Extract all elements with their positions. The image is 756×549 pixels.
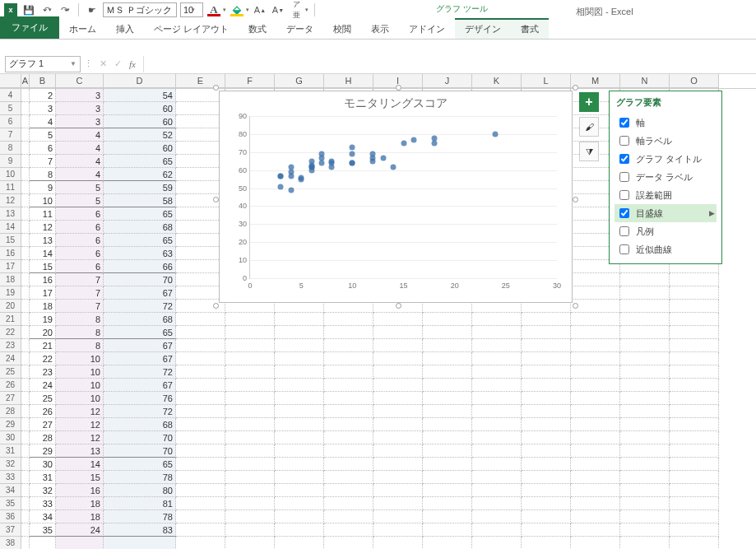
cell[interactable]: 14 — [56, 458, 104, 471]
cell[interactable] — [670, 444, 719, 458]
cell[interactable]: 67 — [104, 352, 176, 365]
cell[interactable] — [571, 273, 620, 286]
cell[interactable]: 12 — [56, 431, 104, 444]
cell[interactable]: 4 — [56, 155, 104, 168]
cell[interactable] — [275, 484, 324, 497]
cell[interactable] — [324, 326, 373, 339]
cell[interactable] — [275, 537, 324, 549]
cell[interactable] — [225, 444, 275, 458]
cell[interactable] — [275, 352, 324, 365]
cell[interactable] — [670, 326, 719, 339]
cell[interactable] — [176, 379, 225, 392]
row-header[interactable]: 36 — [0, 510, 21, 523]
cell[interactable]: 16 — [56, 484, 104, 497]
decrease-font-icon[interactable]: A▼ — [271, 2, 285, 17]
cell[interactable] — [670, 405, 719, 418]
cell[interactable] — [472, 418, 522, 431]
cell[interactable]: 27 — [30, 418, 56, 431]
cell[interactable] — [571, 523, 620, 537]
cell[interactable] — [670, 484, 719, 497]
tab-formula[interactable]: 数式 — [239, 20, 276, 39]
cell[interactable] — [21, 286, 30, 300]
row-header[interactable]: 19 — [0, 286, 21, 300]
cell[interactable] — [670, 510, 719, 523]
col-header-I[interactable]: I — [373, 74, 423, 88]
cell[interactable] — [176, 300, 225, 313]
cell[interactable]: 10 — [56, 365, 104, 379]
cell[interactable]: 5 — [56, 194, 104, 207]
cell[interactable] — [472, 471, 522, 484]
row-header[interactable]: 12 — [0, 194, 21, 207]
cell[interactable] — [21, 392, 30, 405]
cell[interactable] — [472, 444, 522, 458]
cell[interactable]: 15 — [30, 260, 56, 273]
cell[interactable] — [620, 273, 670, 286]
cell[interactable] — [522, 365, 571, 379]
cell[interactable]: 63 — [104, 247, 176, 260]
cell[interactable]: 20 — [30, 326, 56, 339]
cell[interactable]: 58 — [104, 194, 176, 207]
cell[interactable] — [373, 484, 423, 497]
chart-point[interactable] — [410, 137, 416, 142]
cell[interactable] — [423, 497, 472, 510]
cell[interactable]: 18 — [56, 497, 104, 510]
tab-insert[interactable]: 挿入 — [106, 20, 144, 39]
cell[interactable] — [423, 379, 472, 392]
cell[interactable] — [21, 128, 30, 142]
cell[interactable] — [670, 313, 719, 326]
chart-element-option[interactable]: 軸 — [615, 114, 717, 132]
checkbox[interactable] — [619, 154, 629, 164]
cell[interactable]: 9 — [30, 181, 56, 194]
cell[interactable] — [620, 286, 670, 300]
cell[interactable]: 10 — [56, 379, 104, 392]
cell[interactable] — [620, 537, 670, 549]
cell[interactable]: 3 — [30, 102, 56, 115]
cell[interactable] — [275, 326, 324, 339]
cell[interactable] — [620, 326, 670, 339]
row-header[interactable]: 35 — [0, 497, 21, 510]
chart-point[interactable] — [350, 161, 355, 166]
cell[interactable] — [522, 510, 571, 523]
cell[interactable]: 10 — [56, 392, 104, 405]
row-header[interactable]: 7 — [0, 128, 21, 142]
cell[interactable]: 6 — [30, 142, 56, 155]
cell[interactable]: 31 — [30, 471, 56, 484]
row-header[interactable]: 38 — [0, 537, 21, 549]
cell[interactable] — [21, 273, 30, 286]
chart-object[interactable]: モニタリングスコア 010203040506070809005101520253… — [219, 91, 573, 303]
cell[interactable] — [571, 286, 620, 300]
tab-home[interactable]: ホーム — [59, 20, 106, 39]
cell[interactable]: 6 — [56, 260, 104, 273]
cell[interactable] — [324, 497, 373, 510]
row-header[interactable]: 34 — [0, 484, 21, 497]
cell[interactable]: 3 — [56, 89, 104, 102]
cell[interactable] — [373, 523, 423, 537]
cell[interactable]: 28 — [30, 431, 56, 444]
cancel-edit-icon[interactable]: ✕ — [95, 58, 110, 69]
cell[interactable] — [176, 537, 225, 549]
cell[interactable] — [522, 431, 571, 444]
row-header[interactable]: 14 — [0, 221, 21, 234]
cell[interactable]: 7 — [56, 300, 104, 313]
chart-point[interactable] — [288, 170, 294, 175]
cell[interactable] — [225, 379, 275, 392]
cell[interactable] — [522, 497, 571, 510]
row-header[interactable]: 26 — [0, 379, 21, 392]
cell[interactable] — [176, 471, 225, 484]
cell[interactable] — [21, 365, 30, 379]
cell[interactable] — [324, 405, 373, 418]
cell[interactable] — [176, 168, 225, 181]
cell[interactable] — [373, 471, 423, 484]
cell[interactable]: 72 — [104, 365, 176, 379]
cell[interactable] — [176, 365, 225, 379]
cell[interactable] — [225, 339, 275, 352]
cell[interactable] — [522, 339, 571, 352]
cell[interactable]: 6 — [56, 207, 104, 221]
cell[interactable] — [176, 510, 225, 523]
cell[interactable] — [472, 313, 522, 326]
cell[interactable] — [670, 339, 719, 352]
checkbox[interactable] — [619, 190, 629, 200]
row-header[interactable]: 11 — [0, 181, 21, 194]
chart-plot-area[interactable]: 0102030405060708090051015202530 — [249, 116, 557, 279]
cell[interactable]: 12 — [56, 405, 104, 418]
